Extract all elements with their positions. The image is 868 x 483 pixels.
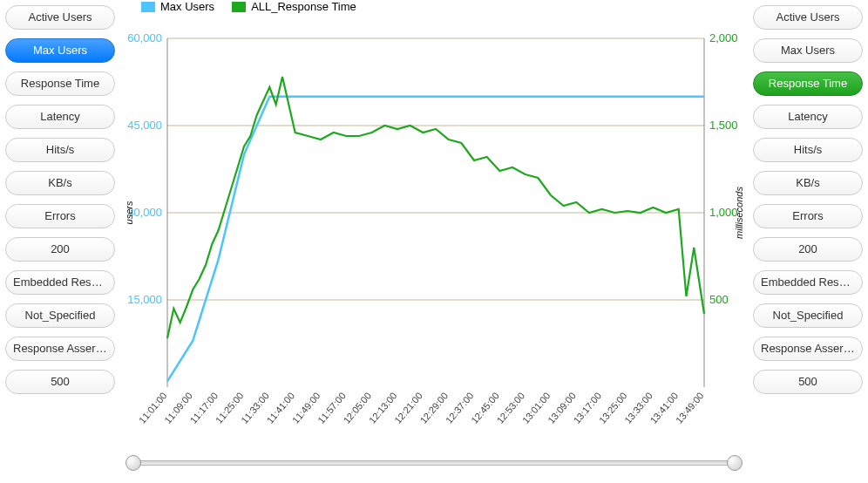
slider-track[interactable] <box>132 460 736 466</box>
right-btn-max-users[interactable]: Max Users <box>753 38 863 63</box>
left-btn-200[interactable]: 200 <box>5 237 115 262</box>
right-btn-latency[interactable]: Latency <box>753 105 863 129</box>
right-btn-response-time[interactable]: Response Time <box>753 71 863 96</box>
right-btn-response-assertion[interactable]: Response Assertion <box>753 337 863 361</box>
left-btn-max-users[interactable]: Max Users <box>5 38 115 63</box>
svg-text:15,000: 15,000 <box>127 293 162 306</box>
svg-text:45,000: 45,000 <box>127 119 162 132</box>
svg-text:users: users <box>124 201 134 224</box>
left-btn-latency[interactable]: Latency <box>5 105 115 129</box>
slider-knob-right[interactable] <box>727 455 743 471</box>
legend-label-2: ALL_Response Time <box>251 0 356 13</box>
left-btn-active-users[interactable]: Active Users <box>5 5 115 30</box>
right-btn-errors[interactable]: Errors <box>753 204 863 228</box>
right-btn-active-users[interactable]: Active Users <box>753 5 863 30</box>
left-btn-kb-s[interactable]: KB/s <box>5 171 115 195</box>
left-btn-embedded-resource[interactable]: Embedded Resour... <box>5 270 115 295</box>
slider-knob-left[interactable] <box>125 455 141 471</box>
svg-text:500: 500 <box>709 293 729 306</box>
legend: Max Users ALL_Response Time <box>141 0 356 13</box>
line-chart: 15,00030,00045,00060,0005001,0001,5002,0… <box>120 3 748 438</box>
svg-text:2,000: 2,000 <box>709 31 738 44</box>
legend-swatch-cyan <box>141 2 155 12</box>
right-btn-embedded-resource[interactable]: Embedded Resour... <box>753 270 863 295</box>
left-btn-hits-s[interactable]: Hits/s <box>5 138 115 162</box>
left-btn-500[interactable]: 500 <box>5 370 115 394</box>
right-btn-kb-s[interactable]: KB/s <box>753 171 863 195</box>
right-btn-not-specified[interactable]: Not_Specified <box>753 303 863 328</box>
time-range-slider[interactable] <box>124 455 744 469</box>
legend-item-response-time: ALL_Response Time <box>232 0 356 13</box>
left-btn-not-specified[interactable]: Not_Specified <box>5 303 115 328</box>
legend-label-1: Max Users <box>160 0 214 13</box>
legend-swatch-green <box>232 2 246 12</box>
svg-text:1,500: 1,500 <box>709 119 738 132</box>
chart-area: Max Users ALL_Response Time 15,00030,000… <box>120 0 748 483</box>
right-btn-500[interactable]: 500 <box>753 370 863 394</box>
right-btn-200[interactable]: 200 <box>753 237 863 262</box>
left-btn-response-assertion[interactable]: Response Assertion <box>5 337 115 361</box>
right-btn-hits-s[interactable]: Hits/s <box>753 138 863 162</box>
left-filter-sidebar: Active UsersMax UsersResponse TimeLatenc… <box>0 0 120 483</box>
svg-text:60,000: 60,000 <box>127 31 162 44</box>
svg-text:milliseconds: milliseconds <box>734 187 744 239</box>
right-filter-sidebar: Active UsersMax UsersResponse TimeLatenc… <box>748 0 868 483</box>
left-btn-response-time[interactable]: Response Time <box>5 71 115 96</box>
svg-text:13:49:00: 13:49:00 <box>674 391 706 426</box>
legend-item-max-users: Max Users <box>141 0 214 13</box>
left-btn-errors[interactable]: Errors <box>5 204 115 228</box>
